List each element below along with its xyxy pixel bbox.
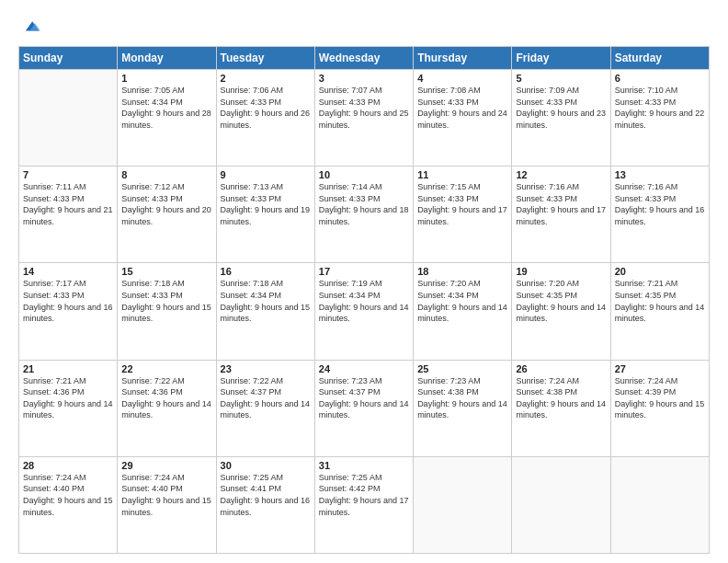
day-number: 17 xyxy=(319,266,409,277)
calendar-cell: 8Sunrise: 7:12 AMSunset: 4:33 PMDaylight… xyxy=(118,167,216,263)
calendar-cell xyxy=(414,456,512,553)
day-number: 30 xyxy=(221,460,311,471)
calendar-cell xyxy=(19,70,118,167)
day-info: Sunrise: 7:22 AMSunset: 4:36 PMDaylight:… xyxy=(121,375,211,421)
day-number: 29 xyxy=(121,460,211,471)
calendar-cell: 13Sunrise: 7:16 AMSunset: 4:33 PMDayligh… xyxy=(610,167,709,263)
day-info: Sunrise: 7:25 AMSunset: 4:41 PMDaylight:… xyxy=(221,472,311,518)
calendar-cell: 20Sunrise: 7:21 AMSunset: 4:35 PMDayligh… xyxy=(610,263,709,360)
calendar-cell: 2Sunrise: 7:06 AMSunset: 4:33 PMDaylight… xyxy=(216,70,314,167)
day-info: Sunrise: 7:05 AMSunset: 4:34 PMDaylight:… xyxy=(121,85,211,131)
day-info: Sunrise: 7:23 AMSunset: 4:37 PMDaylight:… xyxy=(319,375,409,421)
calendar-cell: 16Sunrise: 7:18 AMSunset: 4:34 PMDayligh… xyxy=(216,263,314,360)
day-number: 31 xyxy=(319,460,409,471)
calendar-cell xyxy=(512,456,610,553)
header xyxy=(18,17,710,37)
weekday-sunday: Sunday xyxy=(19,47,118,70)
calendar-cell: 29Sunrise: 7:24 AMSunset: 4:40 PMDayligh… xyxy=(118,456,216,553)
day-info: Sunrise: 7:06 AMSunset: 4:33 PMDaylight:… xyxy=(221,85,311,131)
weekday-monday: Monday xyxy=(118,47,216,70)
calendar-cell xyxy=(610,456,709,553)
calendar-cell: 28Sunrise: 7:24 AMSunset: 4:40 PMDayligh… xyxy=(19,456,118,553)
day-info: Sunrise: 7:18 AMSunset: 4:33 PMDaylight:… xyxy=(121,278,211,324)
calendar-cell: 11Sunrise: 7:15 AMSunset: 4:33 PMDayligh… xyxy=(414,167,512,263)
calendar-cell: 24Sunrise: 7:23 AMSunset: 4:37 PMDayligh… xyxy=(314,360,413,456)
weekday-wednesday: Wednesday xyxy=(314,47,413,70)
day-number: 18 xyxy=(417,266,507,277)
calendar-cell: 21Sunrise: 7:21 AMSunset: 4:36 PMDayligh… xyxy=(19,360,118,456)
calendar-cell: 19Sunrise: 7:20 AMSunset: 4:35 PMDayligh… xyxy=(512,263,610,360)
day-number: 9 xyxy=(221,169,311,180)
day-info: Sunrise: 7:25 AMSunset: 4:42 PMDaylight:… xyxy=(319,472,409,518)
day-number: 2 xyxy=(221,73,311,84)
calendar-cell: 7Sunrise: 7:11 AMSunset: 4:33 PMDaylight… xyxy=(19,167,118,263)
day-info: Sunrise: 7:17 AMSunset: 4:33 PMDaylight:… xyxy=(23,278,113,324)
day-number: 4 xyxy=(417,73,507,84)
day-number: 20 xyxy=(615,266,705,277)
calendar-cell: 4Sunrise: 7:08 AMSunset: 4:33 PMDaylight… xyxy=(414,70,512,167)
day-number: 27 xyxy=(615,363,705,374)
day-number: 11 xyxy=(417,169,507,180)
day-number: 12 xyxy=(516,169,606,180)
day-info: Sunrise: 7:24 AMSunset: 4:40 PMDaylight:… xyxy=(121,472,211,518)
day-number: 19 xyxy=(516,266,606,277)
calendar-week-3: 14Sunrise: 7:17 AMSunset: 4:33 PMDayligh… xyxy=(19,263,710,360)
day-number: 24 xyxy=(319,363,409,374)
calendar-week-5: 28Sunrise: 7:24 AMSunset: 4:40 PMDayligh… xyxy=(19,456,710,553)
calendar-cell: 15Sunrise: 7:18 AMSunset: 4:33 PMDayligh… xyxy=(118,263,216,360)
weekday-saturday: Saturday xyxy=(610,47,709,70)
day-info: Sunrise: 7:08 AMSunset: 4:33 PMDaylight:… xyxy=(417,85,507,131)
calendar-cell: 25Sunrise: 7:23 AMSunset: 4:38 PMDayligh… xyxy=(414,360,512,456)
day-info: Sunrise: 7:21 AMSunset: 4:36 PMDaylight:… xyxy=(23,375,113,421)
day-info: Sunrise: 7:10 AMSunset: 4:33 PMDaylight:… xyxy=(615,85,705,131)
day-number: 1 xyxy=(121,73,211,84)
logo-icon xyxy=(20,17,40,37)
calendar-cell: 1Sunrise: 7:05 AMSunset: 4:34 PMDaylight… xyxy=(118,70,216,167)
day-number: 21 xyxy=(23,363,113,374)
day-number: 6 xyxy=(615,73,705,84)
weekday-thursday: Thursday xyxy=(414,47,512,70)
day-number: 14 xyxy=(23,266,113,277)
calendar-cell: 5Sunrise: 7:09 AMSunset: 4:33 PMDaylight… xyxy=(512,70,610,167)
calendar-week-4: 21Sunrise: 7:21 AMSunset: 4:36 PMDayligh… xyxy=(19,360,710,456)
day-number: 15 xyxy=(121,266,211,277)
day-number: 22 xyxy=(121,363,211,374)
day-number: 26 xyxy=(516,363,606,374)
day-number: 3 xyxy=(319,73,409,84)
day-info: Sunrise: 7:20 AMSunset: 4:34 PMDaylight:… xyxy=(417,278,507,324)
calendar: SundayMondayTuesdayWednesdayThursdayFrid… xyxy=(18,46,710,554)
calendar-cell: 6Sunrise: 7:10 AMSunset: 4:33 PMDaylight… xyxy=(610,70,709,167)
calendar-cell: 31Sunrise: 7:25 AMSunset: 4:42 PMDayligh… xyxy=(314,456,413,553)
page: SundayMondayTuesdayWednesdayThursdayFrid… xyxy=(0,0,728,563)
day-info: Sunrise: 7:16 AMSunset: 4:33 PMDaylight:… xyxy=(516,181,606,227)
calendar-week-1: 1Sunrise: 7:05 AMSunset: 4:34 PMDaylight… xyxy=(19,70,710,167)
day-number: 10 xyxy=(319,169,409,180)
calendar-cell: 22Sunrise: 7:22 AMSunset: 4:36 PMDayligh… xyxy=(118,360,216,456)
day-info: Sunrise: 7:14 AMSunset: 4:33 PMDaylight:… xyxy=(319,181,409,227)
logo xyxy=(18,17,40,37)
day-number: 25 xyxy=(417,363,507,374)
day-number: 23 xyxy=(221,363,311,374)
day-number: 5 xyxy=(516,73,606,84)
calendar-cell: 9Sunrise: 7:13 AMSunset: 4:33 PMDaylight… xyxy=(216,167,314,263)
day-info: Sunrise: 7:07 AMSunset: 4:33 PMDaylight:… xyxy=(319,85,409,131)
day-info: Sunrise: 7:11 AMSunset: 4:33 PMDaylight:… xyxy=(23,181,113,227)
calendar-cell: 10Sunrise: 7:14 AMSunset: 4:33 PMDayligh… xyxy=(314,167,413,263)
day-number: 8 xyxy=(121,169,211,180)
day-info: Sunrise: 7:21 AMSunset: 4:35 PMDaylight:… xyxy=(615,278,705,324)
day-info: Sunrise: 7:16 AMSunset: 4:33 PMDaylight:… xyxy=(615,181,705,227)
day-info: Sunrise: 7:19 AMSunset: 4:34 PMDaylight:… xyxy=(319,278,409,324)
day-info: Sunrise: 7:24 AMSunset: 4:38 PMDaylight:… xyxy=(516,375,606,421)
day-number: 7 xyxy=(23,169,113,180)
day-info: Sunrise: 7:12 AMSunset: 4:33 PMDaylight:… xyxy=(121,181,211,227)
day-number: 28 xyxy=(23,460,113,471)
calendar-cell: 27Sunrise: 7:24 AMSunset: 4:39 PMDayligh… xyxy=(610,360,709,456)
day-info: Sunrise: 7:15 AMSunset: 4:33 PMDaylight:… xyxy=(417,181,507,227)
day-info: Sunrise: 7:13 AMSunset: 4:33 PMDaylight:… xyxy=(221,181,311,227)
day-info: Sunrise: 7:09 AMSunset: 4:33 PMDaylight:… xyxy=(516,85,606,131)
calendar-cell: 17Sunrise: 7:19 AMSunset: 4:34 PMDayligh… xyxy=(314,263,413,360)
day-number: 13 xyxy=(615,169,705,180)
calendar-cell: 23Sunrise: 7:22 AMSunset: 4:37 PMDayligh… xyxy=(216,360,314,456)
calendar-week-2: 7Sunrise: 7:11 AMSunset: 4:33 PMDaylight… xyxy=(19,167,710,263)
weekday-tuesday: Tuesday xyxy=(216,47,314,70)
